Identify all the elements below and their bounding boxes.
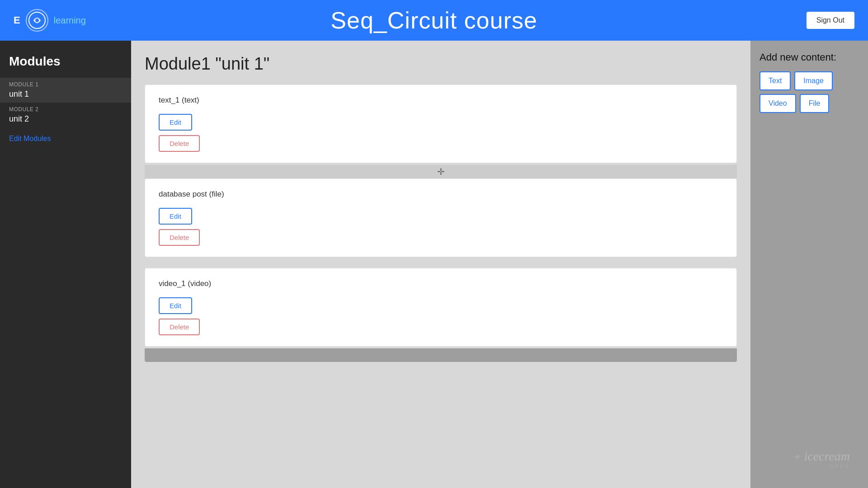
sidebar-title: Modules (0, 50, 131, 78)
watermark-text: ✦ icecream (793, 449, 850, 464)
header-learning-label: learning (54, 15, 86, 26)
block3-title: video_1 (video) (159, 279, 723, 288)
svg-point-1 (35, 19, 39, 22)
block2-title: database post (file) (159, 190, 723, 199)
content-block-text1: text_1 (text) Edit Delete (145, 84, 737, 163)
block1-title: text_1 (text) (159, 96, 723, 105)
watermark-subtext: APPS (793, 464, 850, 470)
header-title: Seq_Circuit course (330, 7, 537, 34)
signout-button[interactable]: Sign Out (807, 12, 854, 29)
block1-edit-button[interactable]: Edit (159, 114, 192, 131)
sidebar-item-module2[interactable]: MODULE 2 unit 2 (0, 103, 131, 127)
content-block-file: database post (file) Edit Delete (145, 178, 737, 257)
block3-delete-button[interactable]: Delete (159, 319, 200, 335)
logo-icon (28, 11, 46, 29)
add-content-title: Add new content: (760, 52, 859, 63)
add-video-button[interactable]: Video (760, 94, 796, 113)
module1-name: unit 1 (9, 89, 122, 99)
content-area: Module1 "unit 1" text_1 (text) Edit Dele… (131, 41, 750, 488)
watermark: ✦ icecream APPS (793, 449, 850, 470)
add-text-button[interactable]: Text (760, 71, 791, 90)
page-title: Module1 "unit 1" (145, 54, 737, 74)
edit-modules-link[interactable]: Edit Modules (0, 127, 131, 143)
header-logo (26, 9, 48, 32)
block1-delete-button[interactable]: Delete (159, 135, 200, 152)
main-layout: Modules MODULE 1 unit 1 MODULE 2 unit 2 … (0, 41, 868, 488)
add-image-button[interactable]: Image (794, 71, 832, 90)
add-content-buttons: Text Image Video File (760, 71, 859, 113)
block2-delete-button[interactable]: Delete (159, 229, 200, 246)
drag-icon-1: ✛ (437, 166, 445, 177)
add-file-button[interactable]: File (800, 94, 830, 113)
content-block-video1: video_1 (video) Edit Delete (145, 268, 737, 347)
module2-name: unit 2 (9, 114, 122, 124)
header-left: E learning (14, 9, 86, 32)
sidebar: Modules MODULE 1 unit 1 MODULE 2 unit 2 … (0, 41, 131, 488)
sidebar-item-module1[interactable]: MODULE 1 unit 1 (0, 78, 131, 103)
header: E learning Seq_Circuit course Sign Out (0, 0, 868, 41)
module1-label: MODULE 1 (9, 81, 122, 88)
block2-edit-button[interactable]: Edit (159, 208, 192, 225)
block3-edit-button[interactable]: Edit (159, 297, 192, 314)
module2-label: MODULE 2 (9, 106, 122, 113)
bottom-bar (145, 348, 737, 362)
drag-handle-1[interactable]: ✛ (145, 165, 737, 178)
right-panel: Add new content: Text Image Video File ✦… (750, 41, 868, 488)
header-e-label: E (14, 14, 20, 26)
block-spacer (145, 259, 737, 268)
